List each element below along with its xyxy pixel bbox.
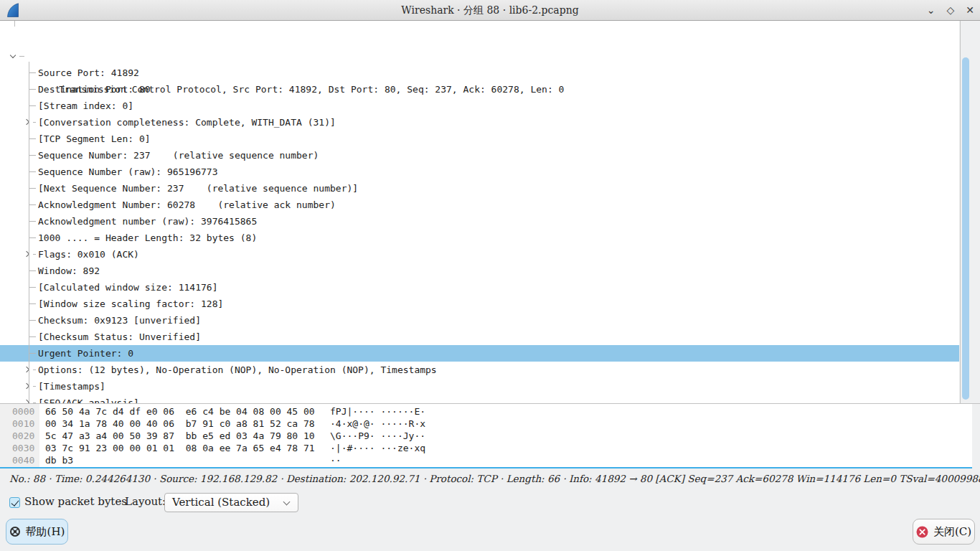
tree-item[interactable]: [SEQ/ACK analysis] <box>0 395 959 403</box>
window-title: Wireshark · 分组 88 · lib6-2.pcapng <box>0 0 980 20</box>
tree-item[interactable]: Options: (12 bytes), No-Operation (NOP),… <box>0 362 959 378</box>
hex-offset: 0000 <box>0 405 39 418</box>
help-button[interactable]: 帮助(H) <box>6 519 68 545</box>
close-window-button[interactable]: ✕ <box>966 0 974 20</box>
tree-item[interactable]: Acknowledgment Number: 60278 (relative a… <box>0 197 959 213</box>
tree-item-label: [SEQ/ACK analysis] <box>38 397 139 403</box>
tree-item-label: Flags: 0x010 (ACK) <box>38 249 139 260</box>
hex-bytes: 66 50 4a 7c d4 df e0 06 e6 c4 be 04 08 0… <box>45 405 324 418</box>
tree-item-label: Sequence Number: 237 (relative sequence … <box>38 150 319 161</box>
tree-connector <box>29 62 29 402</box>
close-icon <box>916 526 928 538</box>
tree-item[interactable]: [Window size scaling factor: 128] <box>0 296 959 312</box>
tree-item[interactable]: [TCP Segment Len: 0] <box>0 131 959 147</box>
tree-item-label: Checksum: 0x9123 [unverified] <box>38 315 201 326</box>
scrollbar-thumb[interactable] <box>962 57 969 400</box>
tree-item-label: [Conversation completeness: Complete, WI… <box>38 117 336 128</box>
chevron-down-icon <box>283 499 291 506</box>
layout-label: Layout: <box>125 495 166 508</box>
tree-item[interactable]: Window: 892 <box>0 263 959 279</box>
tree-scrollbar[interactable] <box>960 21 980 403</box>
tree-item[interactable]: [Stream index: 0] <box>0 98 959 114</box>
hex-ascii: \G···P9· ····Jy·· <box>330 430 425 442</box>
tree-item-label: [Stream index: 0] <box>38 100 133 111</box>
show-packet-bytes-label[interactable]: Show packet bytes <box>24 495 127 508</box>
tree-item-label: [Calculated window size: 114176] <box>38 282 217 293</box>
hex-offset: 0040 <box>0 454 39 466</box>
tree-item-label: [Next Sequence Number: 237 (relative seq… <box>38 183 358 194</box>
close-button-label: 关闭(C) <box>933 525 971 539</box>
tree-item-label: [TCP Segment Len: 0] <box>38 133 151 144</box>
bottom-panel: No.: 88 · Time: 0.244264130 · Source: 19… <box>0 468 980 551</box>
hex-bytes: 00 34 1a 78 40 00 40 06 b7 91 c0 a8 81 5… <box>45 418 324 430</box>
tree-item-label: [Checksum Status: Unverified] <box>38 331 201 342</box>
close-button[interactable]: 关闭(C) <box>913 519 975 545</box>
tree-item[interactable]: Checksum: 0x9123 [unverified] <box>0 312 959 329</box>
help-button-label: 帮助(H) <box>26 525 65 539</box>
tree-item-label: Destination Port: 80 <box>38 84 151 95</box>
hex-dump-pane: 000066 50 4a 7c d4 df e0 06 e6 c4 be 04 … <box>0 404 972 467</box>
hex-row[interactable]: 001000 34 1a 78 40 00 40 06 b7 91 c0 a8 … <box>0 418 972 430</box>
packet-summary-line: No.: 88 · Time: 0.244264130 · Source: 19… <box>9 473 973 484</box>
layout-select-value: Vertical (Stacked) <box>172 496 270 509</box>
tree-item-root[interactable]: Transmission Control Protocol, Src Port:… <box>0 48 959 65</box>
tree-item[interactable]: Sequence Number (raw): 965196773 <box>0 164 959 180</box>
tree-item[interactable]: [Conversation completeness: Complete, WI… <box>0 114 959 131</box>
tree-item-label: Acknowledgment number (raw): 3976415865 <box>38 216 257 227</box>
tree-item-label: [Window size scaling factor: 128] <box>38 298 223 309</box>
tree-item[interactable]: 1000 .... = Header Length: 32 bytes (8) <box>0 230 959 246</box>
help-icon <box>9 526 21 537</box>
tree-item[interactable]: [Checksum Status: Unverified] <box>0 329 959 345</box>
tree-item[interactable]: [Timestamps] <box>0 378 959 395</box>
hex-row[interactable]: 00205c 47 a3 a4 00 50 39 87 bb e5 ed 03 … <box>0 430 972 442</box>
hex-ascii: ·· <box>330 454 341 466</box>
tree-item-label: 1000 .... = Header Length: 32 bytes (8) <box>38 232 257 243</box>
hex-bytes: 5c 47 a3 a4 00 50 39 87 bb e5 ed 03 4a 7… <box>45 430 324 442</box>
hex-ascii: fPJ|···· ······E· <box>330 405 425 418</box>
tree-item[interactable]: [Calculated window size: 114176] <box>0 279 959 296</box>
hex-ascii: ·|·#···· ···ze·xq <box>330 442 425 454</box>
layout-select[interactable]: Vertical (Stacked) <box>164 493 298 512</box>
tree-item[interactable]: Source Port: 41892 <box>0 65 959 81</box>
show-packet-bytes-checkbox[interactable] <box>9 497 20 508</box>
tree-item-label: Options: (12 bytes), No-Operation (NOP),… <box>38 364 437 375</box>
tree-item[interactable]: Acknowledgment number (raw): 3976415865 <box>0 213 959 230</box>
hex-row[interactable]: 003003 7c 91 23 00 00 01 01 08 0a ee 7a … <box>0 442 972 454</box>
tree-item-label: Acknowledgment Number: 60278 (relative a… <box>38 199 336 210</box>
tree-connector <box>14 21 15 27</box>
hex-row[interactable]: 000066 50 4a 7c d4 df e0 06 e6 c4 be 04 … <box>0 405 972 418</box>
hex-offset: 0020 <box>0 430 39 442</box>
tree-item-label: Window: 892 <box>38 265 100 276</box>
tree-item[interactable]: Flags: 0x010 (ACK) <box>0 246 959 263</box>
hex-bytes: 03 7c 91 23 00 00 01 01 08 0a ee 7a 65 e… <box>45 442 324 454</box>
tree-item[interactable]: Destination Port: 80 <box>0 81 959 98</box>
chevron-down-icon[interactable] <box>10 52 16 58</box>
hex-offset: 0010 <box>0 418 39 430</box>
hex-row[interactable]: 0040db b3·· <box>0 454 972 466</box>
tree-item-label: Source Port: 41892 <box>38 67 139 78</box>
tree-item[interactable]: Sequence Number: 237 (relative sequence … <box>0 147 959 164</box>
hex-ascii: ·4·x@·@· ·····R·x <box>330 418 425 430</box>
maximize-button[interactable]: ◇ <box>946 0 954 20</box>
tree-item-label: [Timestamps] <box>38 381 105 392</box>
protocol-tree-pane: Transmission Control Protocol, Src Port:… <box>0 21 959 403</box>
hex-offset: 0030 <box>0 442 39 454</box>
title-bar: Wireshark · 分组 88 · lib6-2.pcapng ⌄ ◇ ✕ <box>0 0 980 21</box>
tree-item-label: Urgent Pointer: 0 <box>38 348 133 359</box>
hex-bytes: db b3 <box>45 454 324 466</box>
tree-item[interactable]: Urgent Pointer: 0 <box>0 345 959 362</box>
tree-item-label: Sequence Number (raw): 965196773 <box>38 166 217 177</box>
tree-item[interactable]: [Next Sequence Number: 237 (relative seq… <box>0 180 959 197</box>
minimize-button[interactable]: ⌄ <box>927 0 936 20</box>
